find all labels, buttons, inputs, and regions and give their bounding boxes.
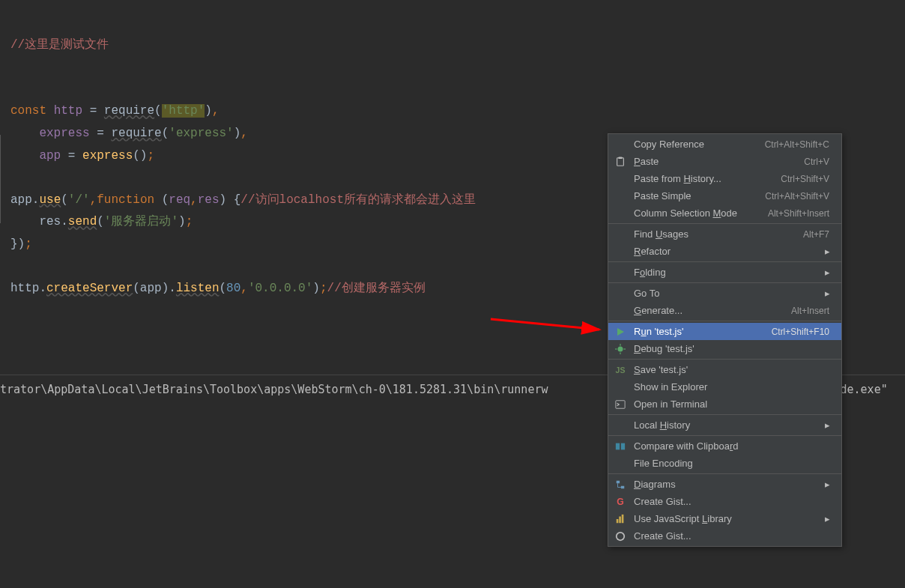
blank-icon bbox=[614, 419, 626, 431]
menu-item-copy-reference[interactable]: Copy ReferenceCtrl+Alt+Shift+C bbox=[608, 136, 841, 153]
menu-item-label: Copy Reference bbox=[634, 139, 765, 150]
menu-item-label: Compare with Clipboard bbox=[634, 440, 829, 452]
svg-rect-9 bbox=[616, 400, 625, 408]
code-token: http bbox=[54, 104, 82, 118]
svg-rect-15 bbox=[617, 519, 619, 523]
menu-item-label: Go To bbox=[634, 288, 825, 299]
submenu-arrow-icon: ▸ bbox=[825, 513, 829, 524]
menu-item-shortcut: Ctrl+Shift+V bbox=[781, 174, 829, 184]
menu-item-label: Diagrams bbox=[634, 479, 825, 490]
terminal-icon bbox=[614, 398, 626, 410]
code-token: } bbox=[10, 237, 18, 251]
blank-icon bbox=[614, 246, 626, 258]
code-token: const bbox=[10, 104, 46, 118]
blank-icon bbox=[614, 458, 626, 470]
menu-item-label: Refactor bbox=[634, 246, 825, 257]
menu-item-shortcut: Ctrl+V bbox=[804, 157, 829, 167]
code-token: 80 bbox=[226, 282, 240, 295]
code-token: express bbox=[39, 127, 89, 140]
blank-icon bbox=[614, 267, 626, 279]
menu-item-debug[interactable]: Debug 'test.js' bbox=[608, 340, 841, 357]
svg-rect-17 bbox=[622, 514, 624, 522]
menu-item-shortcut: Alt+Shift+Insert bbox=[768, 208, 829, 219]
code-token: express bbox=[82, 149, 133, 163]
compare-icon bbox=[614, 440, 626, 452]
menu-item-folding[interactable]: Folding▸ bbox=[608, 264, 841, 281]
menu-item-file-encoding[interactable]: File Encoding bbox=[608, 455, 841, 472]
menu-item-refactor[interactable]: Refactor▸ bbox=[608, 243, 841, 260]
code-token: res bbox=[39, 215, 61, 228]
menu-item-label: Local History bbox=[634, 419, 825, 431]
menu-separator bbox=[608, 321, 841, 321]
menu-item-label: Create Gist... bbox=[634, 496, 829, 507]
code-token: '服务器启动' bbox=[104, 215, 178, 228]
menu-item-create-gist[interactable]: GCreate Gist... bbox=[608, 493, 841, 510]
menu-separator bbox=[608, 414, 841, 415]
menu-item-local-history[interactable]: Local History▸ bbox=[608, 416, 841, 434]
menu-item-label: Open in Terminal bbox=[634, 398, 829, 410]
code-comment: //这里是测试文件 bbox=[10, 38, 109, 52]
svg-rect-2 bbox=[618, 157, 622, 159]
console-text: de.exe" bbox=[841, 383, 895, 396]
blank-icon bbox=[614, 190, 626, 202]
menu-separator bbox=[608, 223, 841, 224]
svg-rect-16 bbox=[619, 516, 621, 523]
submenu-arrow-icon: ▸ bbox=[825, 288, 829, 299]
menu-item-label: Folding bbox=[634, 267, 825, 278]
menu-item-label: Debug 'test.js' bbox=[634, 343, 829, 354]
menu-item-generate[interactable]: Generate...Alt+Insert bbox=[608, 302, 841, 319]
blank-icon bbox=[614, 288, 626, 300]
menu-item-create-gist-2[interactable]: Create Gist... bbox=[608, 527, 841, 545]
svg-rect-13 bbox=[621, 485, 624, 488]
menu-item-label: Run 'test.js' bbox=[634, 326, 772, 337]
menu-item-paste-history[interactable]: Paste from History...Ctrl+Shift+V bbox=[608, 170, 841, 187]
fold-gutter[interactable] bbox=[0, 135, 7, 223]
code-token: app bbox=[10, 193, 32, 207]
svg-rect-10 bbox=[616, 443, 620, 449]
blank-icon bbox=[614, 139, 626, 151]
menu-item-diagrams[interactable]: Diagrams▸ bbox=[608, 476, 841, 493]
menu-item-label: Paste bbox=[634, 156, 804, 167]
menu-item-compare-clip[interactable]: Compare with Clipboard bbox=[608, 437, 841, 455]
code-comment: //访问localhost所有的请求都会进入这里 bbox=[240, 193, 476, 207]
menu-item-label: File Encoding bbox=[634, 458, 829, 469]
svg-text:JS: JS bbox=[616, 365, 626, 374]
svg-rect-11 bbox=[621, 443, 625, 449]
blank-icon bbox=[614, 381, 626, 393]
jslib-icon bbox=[614, 513, 626, 525]
menu-item-show-explorer[interactable]: Show in Explorer bbox=[608, 378, 841, 395]
submenu-arrow-icon: ▸ bbox=[825, 419, 829, 431]
blank-icon bbox=[614, 173, 626, 185]
menu-item-shortcut: Ctrl+Alt+Shift+C bbox=[765, 139, 829, 150]
code-token: require bbox=[104, 104, 154, 118]
paste-icon bbox=[614, 156, 626, 168]
menu-item-paste-simple[interactable]: Paste SimpleCtrl+Alt+Shift+V bbox=[608, 187, 841, 204]
code-token: http bbox=[10, 282, 39, 295]
menu-item-run[interactable]: Run 'test.js'Ctrl+Shift+F10 bbox=[608, 323, 841, 340]
debug-icon bbox=[614, 343, 626, 355]
code-token: app bbox=[39, 149, 61, 163]
menu-item-paste[interactable]: PasteCtrl+V bbox=[608, 153, 841, 170]
menu-separator bbox=[608, 473, 841, 474]
menu-separator bbox=[608, 359, 841, 360]
code-token: function bbox=[97, 193, 154, 207]
menu-item-shortcut: Ctrl+Alt+Shift+V bbox=[765, 191, 829, 201]
menu-item-label: Save 'test.js' bbox=[634, 364, 829, 375]
code-token: listen bbox=[176, 282, 220, 295]
menu-item-open-terminal[interactable]: Open in Terminal bbox=[608, 395, 841, 413]
menu-item-shortcut: Alt+F7 bbox=[803, 229, 829, 240]
code-token: app bbox=[140, 282, 162, 295]
menu-item-column-select[interactable]: Column Selection ModeAlt+Shift+Insert bbox=[608, 204, 841, 222]
menu-item-save[interactable]: JSSave 'test.js' bbox=[608, 361, 841, 378]
menu-item-shortcut: Ctrl+Shift+F10 bbox=[772, 327, 829, 337]
menu-item-go-to[interactable]: Go To▸ bbox=[608, 285, 841, 302]
menu-item-js-lib[interactable]: Use JavaScript Library▸ bbox=[608, 510, 841, 527]
menu-item-label: Show in Explorer bbox=[634, 381, 829, 392]
editor-context-menu[interactable]: Copy ReferenceCtrl+Alt+Shift+CPasteCtrl+… bbox=[608, 133, 842, 547]
code-token: 'http' bbox=[162, 104, 205, 118]
menu-item-shortcut: Alt+Insert bbox=[791, 306, 829, 316]
menu-item-find-usages[interactable]: Find UsagesAlt+F7 bbox=[608, 225, 841, 243]
menu-item-label: Paste from History... bbox=[634, 173, 781, 184]
submenu-arrow-icon: ▸ bbox=[825, 479, 829, 490]
blank-icon bbox=[614, 228, 626, 240]
